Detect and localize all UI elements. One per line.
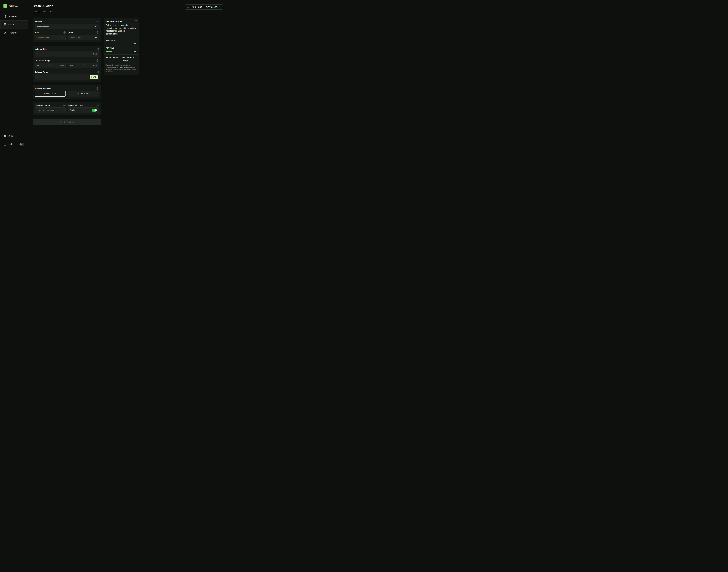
payment-in-lieu-label-row: Payment-In-Lieu — [68, 104, 99, 106]
delivery-period-input[interactable] — [37, 76, 88, 79]
notional-size-field: USD — [34, 51, 99, 57]
fee-payer-option-retail-trader[interactable]: Retail Trader — [68, 91, 99, 96]
network-label-row: Network — [34, 20, 99, 22]
select-placeholder: Type to Search — [70, 37, 82, 39]
field-label: Network — [34, 20, 42, 22]
payment-in-lieu-col: Payment-In-Lieu Enabled — [68, 104, 99, 113]
plus-square-icon — [3, 23, 6, 26]
per-year-unit: USDC — [132, 50, 137, 53]
tab-bar: SINGLE MULTIPLE — [32, 11, 54, 14]
sidebar-item-auctions[interactable]: Auctions — [0, 12, 28, 20]
network-select[interactable]: Select Network — [34, 23, 99, 29]
client-auction-id-col: Client Auction ID — [34, 104, 66, 113]
main-content: Create Auction SINGLE MULTIPLE 123.45 US… — [28, 0, 228, 148]
info-icon[interactable] — [96, 104, 99, 106]
per-epoch-block: PER EPOCH ——— USDC — [106, 40, 137, 45]
tab-single[interactable]: SINGLE — [32, 11, 40, 14]
dflow-logo-icon — [3, 4, 7, 8]
info-icon[interactable] — [96, 31, 99, 33]
quote-col: Quote Type to Search — [68, 31, 99, 40]
info-icon[interactable] — [96, 20, 99, 22]
wallet-balance-button[interactable]: 123.45 USDC — [185, 4, 204, 9]
wallet-address: 0x2A18...c3Fe — [206, 6, 218, 8]
help-circle-icon — [3, 143, 6, 146]
transfer-arrows-icon — [3, 31, 6, 34]
current-rate-value: 10 bps — [122, 59, 137, 62]
chevron-down-icon — [62, 37, 64, 38]
info-icon[interactable] — [96, 87, 99, 89]
forecast-stats-section: EPOCH LENGTH ——— CURRENT RATE 10 bps Ear… — [104, 55, 139, 75]
chevron-down-icon — [219, 6, 221, 8]
info-icon[interactable] — [96, 59, 99, 62]
fee-payer-option-market-maker[interactable]: Market Maker — [34, 91, 66, 96]
app-root: DFlow Auctions — [0, 0, 228, 148]
sidebar-item-label: Settings — [8, 135, 16, 137]
order-size-range-label-row: Order Size Range — [34, 59, 99, 62]
create-auction-button[interactable]: Create Auction — [32, 119, 101, 125]
forecast-disclaimer: Earnings is variable and based on a comp… — [106, 64, 137, 73]
current-rate-block: CURRENT RATE 10 bps — [122, 57, 137, 62]
field-label: Quote — [68, 31, 73, 33]
auction-id-card: Client Auction ID Payment-In-Lieu — [32, 102, 101, 115]
wallet-address-button[interactable]: 0x2A18...c3Fe — [204, 4, 223, 9]
network-card: Network Select Network Base — [32, 18, 101, 43]
per-epoch-row: ——— USDC — [106, 43, 137, 45]
notional-size-label-row: Notional Size — [34, 48, 99, 50]
fee-payer-options: Market Maker Retail Trader — [34, 91, 99, 96]
sidebar-item-label: Transfer — [8, 31, 16, 34]
tab-multiple[interactable]: MULTIPLE — [44, 11, 54, 14]
sidebar-nav: Auctions Create Transf — [0, 12, 28, 37]
order-size-min-input[interactable] — [41, 64, 59, 67]
quote-select[interactable]: Type to Search — [68, 35, 99, 40]
earnings-forecast-card: Earnings Forecast Below is an estimate o… — [104, 18, 139, 75]
sidebar-item-settings[interactable]: ⚙ Settings — [0, 132, 28, 140]
brand-name: DFlow — [8, 4, 18, 8]
sidebar-item-transfer[interactable]: Transfer — [0, 29, 28, 37]
per-year-label: PER YEAR — [106, 47, 137, 49]
info-icon[interactable] — [96, 71, 99, 73]
fee-payer-label-row: Network Fee Payer — [34, 87, 99, 89]
per-year-row: ——— USDC — [106, 50, 137, 53]
per-year-value: ——— — [106, 50, 113, 53]
help-toggle[interactable] — [19, 143, 24, 146]
forecast-amounts-section: PER EPOCH ——— USDC PER YEAR ——— USDC — [104, 38, 139, 55]
wallet-balance: 123.45 USDC — [191, 6, 202, 8]
min-max-row: MIN USD MAX USD — [34, 63, 99, 68]
currency-unit: USD — [93, 65, 97, 66]
current-rate-label: CURRENT RATE — [122, 57, 137, 58]
base-quote-row: Base Type to Search — [34, 31, 99, 40]
page-title: Create Auction — [32, 4, 54, 8]
max-label: MAX — [70, 65, 73, 66]
wallet-chip: 123.45 USDC 0x2A18...c3Fe — [185, 4, 223, 10]
epoch-length-block: EPOCH LENGTH ——— — [106, 57, 121, 62]
sidebar-item-label: Help — [8, 143, 13, 145]
forecast-description: Below is an estimate of the expected bid… — [106, 24, 137, 35]
toggle-knob — [94, 109, 97, 112]
sidebar-item-help[interactable]: Help — [0, 140, 28, 148]
order-size-max-input[interactable] — [74, 64, 92, 67]
select-value: Select Network — [37, 25, 49, 27]
min-label: MIN — [37, 65, 40, 66]
info-icon[interactable] — [63, 104, 66, 106]
info-icon[interactable] — [63, 31, 66, 33]
size-card: Notional Size USD Order Size Range — [32, 46, 101, 82]
info-icon[interactable] — [96, 48, 99, 50]
sidebar: DFlow Auctions — [0, 0, 28, 148]
quote-label-row: Quote — [68, 31, 99, 33]
info-icon[interactable] — [135, 20, 137, 22]
order-size-range-row: Order Size Range MIN USD MAX — [34, 59, 99, 68]
client-auction-id-input[interactable] — [34, 108, 66, 113]
per-epoch-unit: USDC — [132, 43, 137, 45]
base-col: Base Type to Search — [34, 31, 66, 40]
notional-size-input[interactable] — [37, 53, 92, 56]
forecast-stats-grid: EPOCH LENGTH ——— CURRENT RATE 10 bps — [106, 57, 137, 62]
select-placeholder: Type to Search — [37, 37, 49, 39]
delivery-period-unit-button[interactable]: DAYS — [90, 75, 98, 79]
bar-chart-icon — [3, 15, 6, 18]
chevron-down-icon — [95, 26, 97, 27]
per-epoch-label: PER EPOCH — [106, 40, 137, 41]
payment-in-lieu-toggle[interactable] — [91, 109, 97, 112]
base-select[interactable]: Type to Search — [34, 35, 66, 40]
sidebar-item-create[interactable]: Create — [0, 20, 28, 29]
order-size-max-field: MAX USD — [68, 63, 99, 68]
